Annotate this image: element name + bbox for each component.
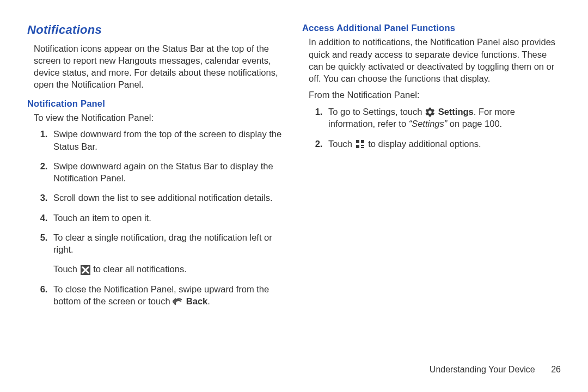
subheading-additional-functions: Access Additional Panel Functions — [302, 22, 561, 34]
left-column: Notifications Notification icons appear … — [27, 22, 286, 315]
step-5b-pre: Touch — [53, 264, 80, 274]
clear-all-icon — [80, 265, 91, 275]
chapter-title: Understanding Your Device — [430, 365, 535, 374]
svg-rect-5 — [361, 145, 364, 146]
step-6-post: . — [207, 296, 210, 306]
step-6-back-label: Back — [186, 296, 207, 306]
r1-end: . — [500, 119, 503, 128]
r2-pre: Touch — [328, 139, 355, 149]
back-icon — [173, 297, 183, 308]
intro-paragraph: Notification icons appear on the Status … — [34, 42, 286, 91]
settings-gear-icon — [425, 107, 436, 118]
page: Notifications Notification icons appear … — [0, 0, 588, 392]
page-number: 26 — [551, 364, 561, 376]
svg-rect-4 — [356, 145, 359, 148]
step-6-pre: To close the Notification Panel, swipe u… — [53, 284, 269, 306]
page-footer: Understanding Your Device 26 — [430, 364, 561, 376]
r1-ref: “Settings” — [409, 119, 448, 128]
step-4: Touch an item to open it. — [50, 212, 286, 224]
subheading-notification-panel: Notification Panel — [27, 97, 286, 109]
right-column: Access Additional Panel Functions In add… — [302, 22, 561, 315]
r1-post-on: on page — [447, 119, 485, 128]
step-6: To close the Notification Panel, swipe u… — [50, 283, 286, 308]
right-intro-paragraph: In addition to notifications, the Notifi… — [309, 36, 561, 84]
step-4-text: Touch an item to open it. — [53, 213, 151, 223]
svg-rect-3 — [361, 140, 364, 143]
step-1: Swipe downward from the top of the scree… — [50, 128, 286, 152]
steps-list: Swipe downward from the top of the scree… — [34, 128, 286, 308]
right-steps-list: To go to Settings, touch Settings. For m… — [309, 106, 561, 150]
svg-rect-2 — [356, 140, 359, 143]
more-options-icon — [355, 139, 366, 150]
right-step-1: To go to Settings, touch Settings. For m… — [325, 106, 561, 130]
section-title-notifications: Notifications — [27, 22, 286, 38]
r2-post: to display additional options. — [366, 139, 481, 149]
step-2: Swipe downward again on the Status Bar t… — [50, 160, 286, 185]
step-2-text: Swipe downward again on the Status Bar t… — [53, 161, 273, 183]
step-1-text: Swipe downward from the top of the scree… — [53, 129, 281, 151]
content-columns: Notifications Notification icons appear … — [27, 22, 561, 315]
view-panel-line: To view the Notification Panel: — [34, 112, 286, 124]
from-panel-line: From the Notification Panel: — [309, 89, 561, 101]
r1-settings-label: Settings — [438, 107, 474, 117]
step-5b-post: to clear all notifications. — [91, 264, 187, 274]
step-3-text: Scroll down the list to see additional n… — [53, 193, 273, 203]
step-3: Scroll down the list to see additional n… — [50, 192, 286, 204]
r1-pre: To go to Settings, touch — [328, 107, 425, 117]
svg-rect-6 — [361, 147, 364, 148]
r1-page: 100 — [485, 119, 500, 128]
right-step-2: Touch to display additional options. — [325, 138, 561, 150]
step-5: To clear a single notification, drag the… — [50, 231, 286, 275]
step-5-subline: Touch to clear all notifications. — [53, 263, 286, 275]
step-5-text: To clear a single notification, drag the… — [53, 232, 272, 254]
